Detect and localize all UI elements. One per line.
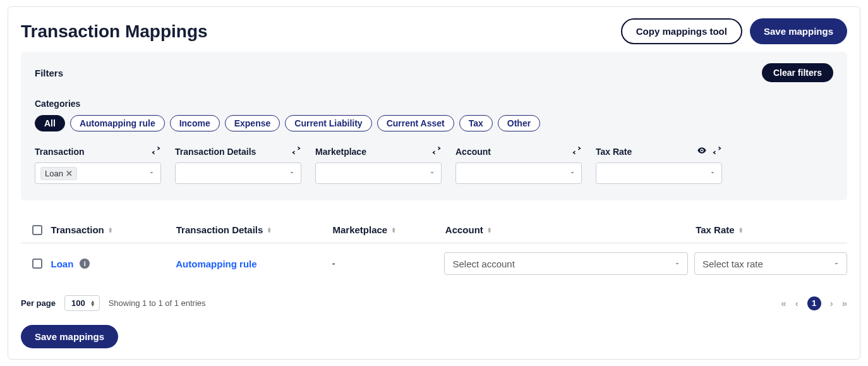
filter-transaction-tag: Loan ✕ (40, 167, 77, 180)
row-checkbox[interactable] (32, 259, 42, 269)
categories-label: Categories (35, 99, 833, 109)
copy-mappings-tool-button[interactable]: Copy mappings tool (621, 18, 742, 44)
entries-text: Showing 1 to 1 of 1 entries (109, 298, 206, 308)
filter-details-label: Transaction Details (175, 147, 256, 157)
swap-icon[interactable] (712, 145, 722, 157)
chevron-down-icon (833, 259, 840, 269)
category-chip-other[interactable]: Other (498, 115, 540, 131)
th-account[interactable]: Account (445, 224, 483, 235)
pager-first[interactable]: « (781, 298, 786, 308)
stepper-icon: ▲▼ (90, 300, 95, 307)
category-chip-expense[interactable]: Expense (225, 115, 280, 131)
pager-prev[interactable]: ‹ (795, 298, 799, 308)
filter-marketplace-label: Marketplace (315, 147, 366, 157)
category-chips: All Automapping rule Income Expense Curr… (35, 115, 833, 131)
transaction-mappings-panel: Transaction Mappings Copy mappings tool … (8, 6, 860, 360)
filter-taxrate-select[interactable] (596, 162, 722, 184)
filter-marketplace-select[interactable] (315, 162, 442, 184)
row-tax-select[interactable]: Select tax rate (694, 252, 847, 275)
chevron-down-icon (569, 168, 576, 178)
page-title: Transaction Mappings (21, 21, 208, 42)
sort-icon: ▲▼ (267, 227, 272, 233)
remove-tag-icon[interactable]: ✕ (66, 169, 73, 178)
chevron-down-icon (673, 259, 681, 269)
th-details[interactable]: Transaction Details (176, 224, 263, 235)
select-all-checkbox[interactable] (32, 225, 42, 235)
per-page-select[interactable]: 100 ▲▼ (64, 295, 100, 311)
swap-icon[interactable] (151, 145, 161, 157)
filters-label: Filters (35, 68, 63, 78)
chevron-down-icon (709, 168, 716, 178)
sort-icon: ▲▼ (108, 227, 113, 233)
chevron-down-icon (428, 168, 436, 178)
sort-icon: ▲▼ (738, 227, 744, 233)
filter-details-select[interactable] (175, 162, 301, 184)
row-marketplace: - (332, 258, 335, 269)
category-chip-automapping[interactable]: Automapping rule (70, 115, 165, 131)
category-chip-all[interactable]: All (35, 115, 65, 131)
filter-account-label: Account (455, 147, 491, 157)
pagination: « ‹ 1 › » (781, 296, 847, 310)
filter-taxrate-label: Tax Rate (596, 147, 632, 157)
sort-icon: ▲▼ (391, 227, 396, 233)
filters-panel: Filters Clear filters Categories All Aut… (21, 52, 847, 200)
filter-account-select[interactable] (455, 162, 582, 184)
pager-last[interactable]: » (842, 298, 847, 308)
row-transaction-link[interactable]: Loan (51, 259, 74, 269)
eye-icon[interactable] (697, 145, 707, 157)
swap-icon[interactable] (291, 145, 301, 157)
pager-next[interactable]: › (830, 298, 833, 308)
category-chip-current-asset[interactable]: Current Asset (377, 115, 454, 131)
sort-icon: ▲▼ (487, 227, 492, 233)
row-details-link[interactable]: Automapping rule (176, 259, 256, 269)
row-account-select[interactable]: Select account (444, 252, 688, 275)
category-chip-income[interactable]: Income (170, 115, 220, 131)
info-icon[interactable]: i (80, 259, 90, 269)
filter-transaction-label: Transaction (35, 147, 85, 157)
chevron-down-icon (148, 168, 155, 178)
swap-icon[interactable] (572, 145, 582, 157)
filter-transaction-select[interactable]: Loan ✕ (35, 162, 161, 184)
th-marketplace[interactable]: Marketplace (332, 224, 387, 235)
swap-icon[interactable] (431, 145, 442, 157)
mappings-table: Transaction▲▼ Transaction Details▲▼ Mark… (21, 218, 847, 284)
clear-filters-button[interactable]: Clear filters (762, 63, 833, 82)
category-chip-tax[interactable]: Tax (459, 115, 493, 131)
chevron-down-icon (288, 168, 296, 178)
per-page-label: Per page (21, 298, 56, 308)
th-transaction[interactable]: Transaction (51, 224, 104, 235)
th-taxrate[interactable]: Tax Rate (696, 224, 734, 235)
category-chip-current-liability[interactable]: Current Liability (285, 115, 371, 131)
table-row: Loan i Automapping rule - Select account (21, 243, 847, 284)
save-mappings-button-top[interactable]: Save mappings (750, 18, 847, 44)
save-mappings-button-bottom[interactable]: Save mappings (21, 325, 118, 348)
pager-page-current[interactable]: 1 (807, 296, 821, 310)
